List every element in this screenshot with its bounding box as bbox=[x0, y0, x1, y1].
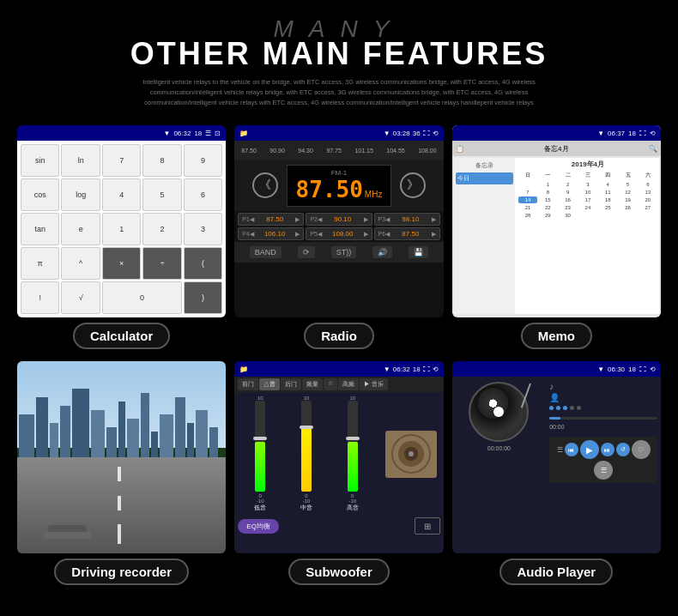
sub-fader-treble-name: 高音 bbox=[347, 504, 359, 512]
calc-btn-oparen[interactable]: ( bbox=[184, 247, 222, 280]
sub-extra-btn[interactable]: ⊞ bbox=[415, 517, 440, 534]
memo-day-mon: 一 bbox=[538, 171, 557, 180]
calc-btn-7[interactable]: 7 bbox=[102, 144, 141, 177]
audio-signal-icon: ▼ bbox=[597, 365, 604, 373]
calc-btn-8[interactable]: 8 bbox=[142, 144, 181, 177]
radio-icons: ▼ 03:28 36 ⛶ ⟲ bbox=[384, 130, 439, 137]
radio-save-btn[interactable]: 💾 bbox=[409, 246, 428, 258]
sub-fader-treble[interactable]: 10 0 -10 高音 bbox=[330, 396, 375, 512]
audio-list-btn[interactable]: ☰ bbox=[594, 461, 613, 480]
calc-btn-1[interactable]: 1 bbox=[102, 213, 141, 245]
calc-btn-cparen[interactable]: ) bbox=[184, 281, 222, 314]
sub-tab-volume[interactable]: 频量 bbox=[302, 378, 323, 390]
radio-preset-5[interactable]: P5◀ 108.00 ▶ bbox=[306, 227, 372, 240]
calc-btn-tan[interactable]: tan bbox=[21, 213, 59, 245]
sub-tab-front[interactable]: 前门 bbox=[238, 378, 258, 390]
radio-freq-mark-5: 101.15 bbox=[354, 148, 372, 154]
calc-more-icon: ⊡ bbox=[215, 130, 221, 137]
sub-fader-treble-handle bbox=[346, 437, 360, 440]
radio-freq-mark-7: 108.00 bbox=[418, 148, 436, 154]
sub-tab-music[interactable]: ▶ 音乐 bbox=[360, 378, 388, 390]
memo-day-wed: 三 bbox=[578, 171, 597, 180]
calc-btn-5[interactable]: 5 bbox=[142, 178, 181, 211]
radio-preset-1[interactable]: P1◀ 87.50 ▶ bbox=[238, 213, 304, 226]
audio-controls: ☰ ⏮ ▶ ⏭ ↺ ♡ ☰ bbox=[549, 437, 657, 483]
sub-fader-mid[interactable]: 10 0 -10 中音 bbox=[284, 396, 329, 512]
audio-song-dots bbox=[549, 406, 657, 410]
dot-2 bbox=[556, 406, 560, 410]
sub-usb-icon: ⟲ bbox=[433, 365, 439, 373]
radio-prev-btn[interactable]: 《 bbox=[252, 172, 278, 198]
audio-next-btn[interactable]: ⏭ bbox=[601, 443, 614, 456]
radio-band-btn[interactable]: BAND bbox=[250, 246, 281, 258]
radio-screen: 📁 ▼ 03:28 36 ⛶ ⟲ 87.50 90.90 94.30 97.75… bbox=[234, 125, 443, 317]
calc-btn-caret[interactable]: ^ bbox=[61, 247, 100, 280]
memo-bt-icon: ⛶ bbox=[639, 130, 646, 137]
calc-btn-pi[interactable]: π bbox=[21, 247, 59, 280]
feature-subwoofer: 📁 ▼ 06:32 18 ⛶ ⟲ 前门 △音 后门 频量 ☆ 高频 bbox=[234, 361, 443, 589]
memo-sidebar-label: 备忘录 bbox=[456, 160, 513, 172]
radio-audio-btn[interactable]: 🔊 bbox=[372, 246, 392, 258]
calc-btn-3[interactable]: 3 bbox=[184, 213, 222, 245]
calc-btn-4[interactable]: 4 bbox=[102, 178, 141, 211]
audio-queue-icon[interactable]: ☰ bbox=[557, 446, 563, 454]
sub-tab-treble[interactable]: △音 bbox=[259, 378, 280, 390]
audio-left-panel: 00:00:00 bbox=[452, 377, 546, 553]
sub-fader-mid-handle bbox=[300, 426, 313, 429]
calc-btn-ln[interactable]: ln bbox=[61, 144, 100, 177]
audio-person-icon: 👤 bbox=[549, 393, 657, 402]
calc-btn-0[interactable]: 0 bbox=[102, 281, 182, 314]
memo-label: Memo bbox=[521, 323, 592, 349]
audio-repeat-btn[interactable]: ↺ bbox=[616, 443, 630, 456]
audio-heart-btn[interactable]: ♡ bbox=[632, 440, 651, 459]
radio-next-btn[interactable]: 》 bbox=[400, 172, 426, 198]
calc-btn-excl[interactable]: ! bbox=[21, 281, 59, 314]
calc-signal-icon: ▼ bbox=[163, 130, 170, 137]
dot-1 bbox=[549, 406, 554, 410]
radio-preset-3[interactable]: P3◀ 98.10 ▶ bbox=[374, 213, 440, 226]
sub-tab-star[interactable]: ☆ bbox=[324, 378, 337, 390]
radio-preset-2[interactable]: P2◀ 90.10 ▶ bbox=[306, 213, 372, 226]
calc-status-bar: ▼ 06:32 18 ☰ ⊡ bbox=[17, 125, 226, 141]
radio-preset-6[interactable]: P6◀ 87.50 ▶ bbox=[374, 227, 440, 240]
memo-day-tue: 二 bbox=[558, 171, 577, 180]
audio-play-btn[interactable]: ▶ bbox=[580, 440, 599, 459]
calc-btn-mul[interactable]: × bbox=[102, 247, 141, 280]
audio-song-info: ♪ 👤 bbox=[549, 382, 657, 410]
memo-calendar: 2019年4月 日 一 二 三 四 五 六 1 2 3 bbox=[517, 158, 659, 314]
audio-player-screen: ▼ 06:30 18 ⛶ ⟲ 00:00:00 bbox=[452, 361, 661, 553]
sub-speaker-area bbox=[378, 392, 444, 516]
radio-freq-num: 87.50 bbox=[296, 177, 363, 202]
audio-progress-bar[interactable] bbox=[549, 417, 657, 420]
calc-btn-9[interactable]: 9 bbox=[184, 144, 222, 177]
calc-btn-log[interactable]: log bbox=[61, 178, 100, 211]
audio-time: 06:30 bbox=[608, 365, 625, 373]
audio-main: 00:00:00 ♪ 👤 bbox=[452, 377, 661, 553]
calc-btn-sin[interactable]: sin bbox=[21, 144, 59, 177]
page-header: MANY OTHER MAIN FEATURES Intelligent veh… bbox=[0, 0, 678, 117]
dashcam-buildings bbox=[17, 380, 226, 467]
radio-freq-mark-3: 94.30 bbox=[298, 148, 313, 154]
radio-freq-display: FM-1 87.50 MHz bbox=[287, 165, 392, 207]
sub-bt-icon: ⛶ bbox=[423, 365, 430, 373]
sub-tab-rear[interactable]: 后门 bbox=[281, 378, 301, 390]
calc-btn-e[interactable]: e bbox=[61, 213, 100, 245]
memo-search-icon[interactable]: 🔍 bbox=[649, 145, 657, 153]
sub-eq-btn[interactable]: EQ均衡 bbox=[238, 519, 279, 534]
radio-preset-4[interactable]: P4◀ 106.10 ▶ bbox=[238, 227, 304, 240]
audio-prev-btn[interactable]: ⏮ bbox=[565, 443, 578, 456]
sub-tab-highfreq[interactable]: 高频 bbox=[338, 378, 359, 390]
calc-btn-2[interactable]: 2 bbox=[142, 213, 181, 245]
page-subtitle: Intelligent vehicle relays to the vehicl… bbox=[124, 77, 554, 108]
radio-scan-btn[interactable]: ⟳ bbox=[298, 246, 315, 258]
sub-status-icons: ▼ 06:32 18 ⛶ ⟲ bbox=[384, 365, 439, 373]
calc-btn-6[interactable]: 6 bbox=[184, 178, 222, 211]
radio-st-btn[interactable]: ST)) bbox=[331, 246, 357, 258]
memo-item-today[interactable]: 今日 bbox=[456, 172, 513, 184]
audio-progress-fill bbox=[549, 417, 560, 420]
calc-btn-cos[interactable]: cos bbox=[21, 178, 59, 211]
sub-fader-bass[interactable]: 10 0 -10 低音 bbox=[238, 396, 282, 512]
sub-fader-bass-track bbox=[255, 401, 265, 492]
calc-btn-div[interactable]: ÷ bbox=[142, 247, 181, 280]
calc-btn-check[interactable]: √ bbox=[61, 281, 100, 314]
